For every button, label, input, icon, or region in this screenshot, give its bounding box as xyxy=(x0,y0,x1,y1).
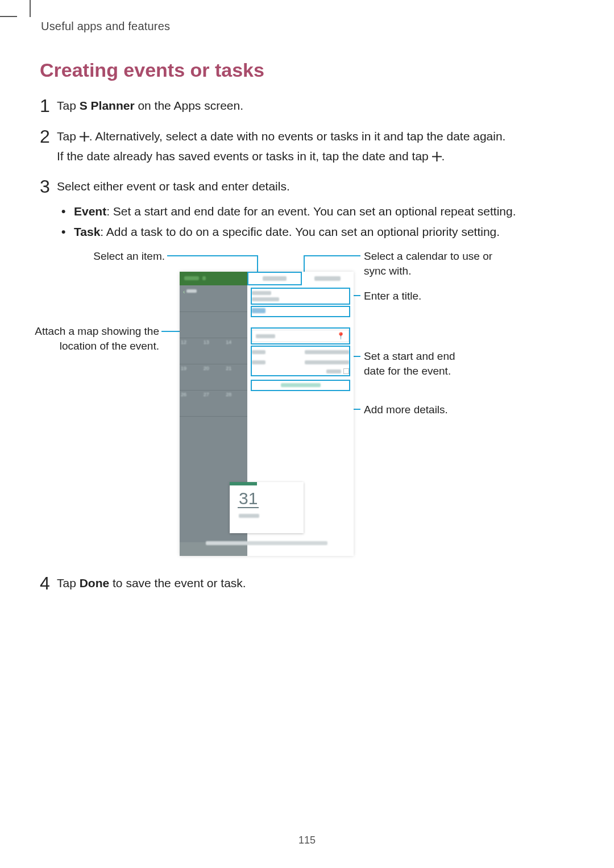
highlight-more xyxy=(251,380,350,391)
step-3-text: Select either event or task and enter de… xyxy=(57,177,290,196)
caption-blur xyxy=(206,541,327,545)
plus-icon xyxy=(80,128,89,147)
callout-add-more: Add more details. xyxy=(364,402,512,417)
highlight-location xyxy=(251,327,350,344)
back-icon: ‹ xyxy=(183,289,197,295)
tab-cancel-done xyxy=(302,272,354,285)
page-number: 115 xyxy=(0,834,614,846)
step-1-text: Tap S Planner on the Apps screen. xyxy=(57,97,243,115)
callout-set-dates: Set a start and enddate for the event. xyxy=(364,349,512,378)
connector xyxy=(304,255,360,256)
bullet-event: • Event: Set a start and end date for an… xyxy=(61,201,516,222)
callout-select-calendar: Select a calendar to use orsync with. xyxy=(364,249,512,278)
running-header: Useful apps and features xyxy=(41,20,170,33)
section-title: Creating events or tasks xyxy=(40,59,264,81)
step-4-text: Tap Done to save the event or task. xyxy=(57,574,246,593)
callout-enter-title: Enter a title. xyxy=(364,289,512,304)
callout-select-item: Select an item. xyxy=(40,249,165,264)
device-mock: ‹ 121314 192021 262728 xyxy=(180,272,354,556)
step-2-text: Tap . Alternatively, select a date with … xyxy=(57,127,505,167)
crop-mark-vertical xyxy=(30,0,31,17)
step-number-4: 4 xyxy=(40,574,57,593)
callout-attach-map: Attach a map showing thelocation of the … xyxy=(34,324,159,353)
tab-event-task xyxy=(247,272,302,285)
step-number-2: 2 xyxy=(40,127,57,167)
plus-icon xyxy=(432,148,442,167)
highlight-dates xyxy=(251,346,350,376)
step-number-3: 3 xyxy=(40,177,57,196)
day-card: 31 xyxy=(230,482,304,533)
crop-mark-horizontal xyxy=(0,16,17,17)
highlight-calendar-select xyxy=(251,288,350,305)
bullet-task: • Task: Add a task to do on a specific d… xyxy=(61,222,516,242)
step-number-1: 1 xyxy=(40,97,57,115)
annotated-screenshot: Select an item. Attach a map showing the… xyxy=(40,249,569,567)
connector xyxy=(167,255,257,256)
highlight-title xyxy=(251,306,350,317)
